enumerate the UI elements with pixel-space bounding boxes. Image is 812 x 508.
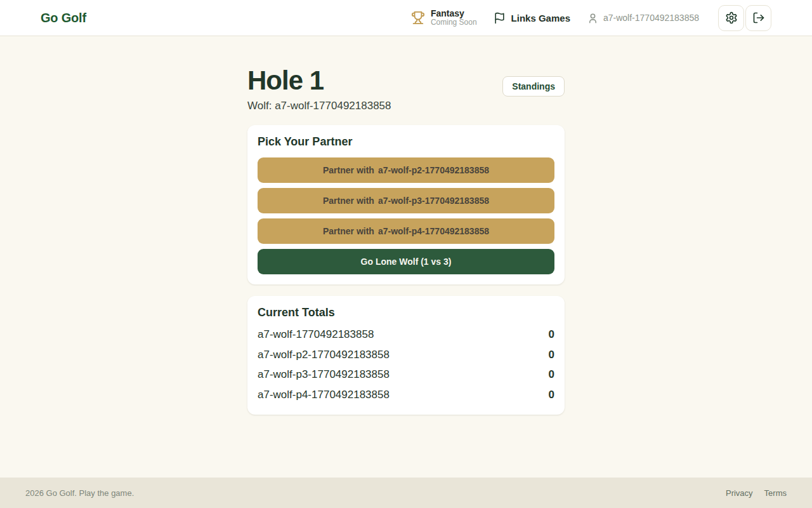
nav-item-links-games[interactable]: Links Games: [494, 12, 570, 24]
partner-button-name: a7-wolf-p2-1770492183858: [378, 165, 489, 175]
partner-button-p3[interactable]: Partner with a7-wolf-p3-1770492183858: [258, 188, 554, 213]
player-name: a7-wolf-1770492183858: [258, 326, 374, 343]
user-chip: a7-wolf-1770492183858: [587, 12, 699, 24]
header-buttons: [718, 5, 771, 31]
player-score: 0: [549, 347, 554, 363]
privacy-link[interactable]: Privacy: [726, 488, 753, 498]
partner-button-name: a7-wolf-p3-1770492183858: [378, 196, 489, 206]
player-name: a7-wolf-p3-1770492183858: [258, 366, 390, 383]
main-content: Hole 1 Wolf: a7-wolf-1770492183858 Stand…: [0, 36, 812, 478]
partner-button-prefix: Partner with: [323, 165, 374, 175]
totals-row: a7-wolf-p3-1770492183858 0: [258, 364, 554, 385]
header-nav: Fantasy Coming Soon Links Games a7-wolf-…: [411, 5, 771, 31]
gear-icon: [725, 11, 738, 24]
title-row: Hole 1 Wolf: a7-wolf-1770492183858 Stand…: [247, 65, 565, 112]
partner-button-name: a7-wolf-p4-1770492183858: [378, 226, 489, 236]
lone-wolf-button[interactable]: Go Lone Wolf (1 vs 3): [258, 249, 554, 274]
links-games-label: Links Games: [511, 13, 570, 23]
app-header: Go Golf Fantasy Coming Soon: [0, 0, 812, 36]
current-totals-heading: Current Totals: [258, 306, 554, 319]
app-logo[interactable]: Go Golf: [41, 11, 86, 25]
current-totals-card: Current Totals a7-wolf-1770492183858 0 a…: [247, 296, 565, 415]
player-score: 0: [549, 326, 554, 343]
flag-icon: [494, 12, 506, 24]
totals-row: a7-wolf-p4-1770492183858 0: [258, 385, 554, 405]
settings-button[interactable]: [718, 5, 744, 31]
player-score: 0: [549, 387, 554, 403]
pick-partner-card: Pick Your Partner Partner with a7-wolf-p…: [247, 125, 565, 284]
partner-button-stack: Partner with a7-wolf-p2-1770492183858 Pa…: [258, 157, 554, 274]
footer-copyright: 2026 Go Golf. Play the game.: [25, 488, 134, 498]
fantasy-coming-soon: Coming Soon: [431, 18, 477, 27]
nav-item-fantasy[interactable]: Fantasy Coming Soon: [411, 8, 477, 27]
totals-list: a7-wolf-1770492183858 0 a7-wolf-p2-17704…: [258, 324, 554, 404]
totals-row: a7-wolf-1770492183858 0: [258, 324, 554, 345]
wolf-subtitle: Wolf: a7-wolf-1770492183858: [247, 100, 391, 112]
username: a7-wolf-1770492183858: [603, 13, 699, 23]
partner-button-p2[interactable]: Partner with a7-wolf-p2-1770492183858: [258, 157, 554, 183]
partner-button-p4[interactable]: Partner with a7-wolf-p4-1770492183858: [258, 218, 554, 244]
trophy-icon: [411, 11, 425, 25]
user-icon: [587, 12, 599, 24]
app-footer: 2026 Go Golf. Play the game. Privacy Ter…: [0, 478, 812, 508]
fantasy-labels: Fantasy Coming Soon: [431, 8, 477, 27]
logout-icon: [752, 11, 765, 24]
fantasy-label: Fantasy: [431, 8, 477, 18]
player-name: a7-wolf-p4-1770492183858: [258, 387, 390, 403]
logout-button[interactable]: [745, 5, 771, 31]
footer-links: Privacy Terms: [726, 488, 787, 498]
partner-button-prefix: Partner with: [323, 226, 374, 236]
player-score: 0: [549, 366, 554, 383]
pick-partner-heading: Pick Your Partner: [258, 135, 554, 149]
player-name: a7-wolf-p2-1770492183858: [258, 347, 390, 363]
page-title: Hole 1: [247, 65, 391, 96]
partner-button-prefix: Partner with: [323, 196, 374, 206]
terms-link[interactable]: Terms: [764, 488, 787, 498]
title-block: Hole 1 Wolf: a7-wolf-1770492183858: [247, 65, 391, 112]
standings-button[interactable]: Standings: [502, 76, 565, 97]
totals-row: a7-wolf-p2-1770492183858 0: [258, 345, 554, 365]
